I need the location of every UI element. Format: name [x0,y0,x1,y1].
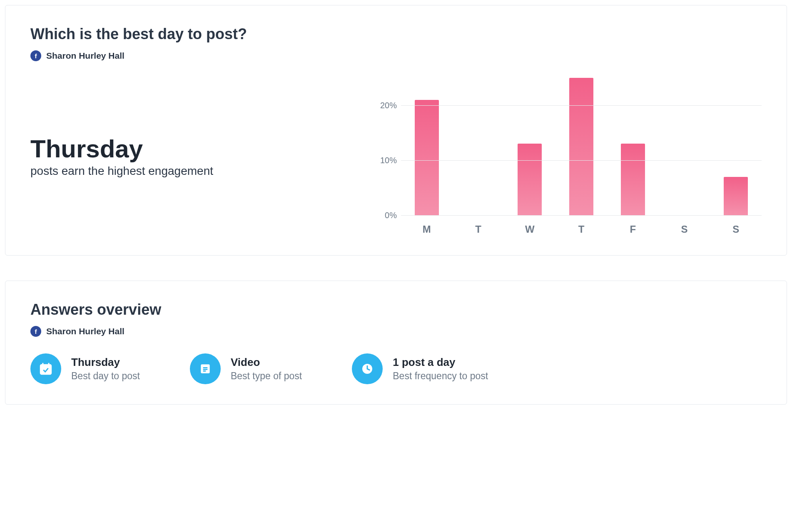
bar-slot [710,78,762,215]
answer-subtitle: Best day to post [71,370,140,382]
chart-bar [518,144,542,215]
answers-row: Thursday Best day to post Video Best typ… [30,353,762,384]
answer-item-best-frequency: 1 post a day Best frequency to post [352,353,488,384]
gridline [401,105,762,106]
calendar-icon [30,353,61,384]
chart-bar [621,144,645,215]
bar-slot [659,78,710,215]
chart-bar [569,78,593,215]
card-title: Which is the best day to post? [30,25,762,43]
best-day-chart: 0%10%20% MTWTFSS [372,78,762,235]
gridline [401,160,762,161]
bar-slot [401,78,453,215]
x-axis-label: F [607,224,659,235]
post-type-icon [190,353,221,384]
x-axis-label: S [659,224,710,235]
answer-title: 1 post a day [393,356,488,369]
answer-title: Video [231,356,302,369]
facebook-icon: f [30,326,41,337]
x-axis-label: T [453,224,504,235]
answers-overview-card: Answers overview f Sharon Hurley Hall Th… [5,281,787,405]
bar-slot [555,78,607,215]
answer-item-best-day: Thursday Best day to post [30,353,140,384]
profile-name: Sharon Hurley Hall [46,326,125,336]
best-day-value: Thursday [30,136,347,162]
best-day-subtext: posts earn the highest engagement [30,164,347,178]
answer-subtitle: Best frequency to post [393,370,488,382]
bar-slot [607,78,659,215]
clock-icon [352,353,383,384]
chart-bar [724,177,748,215]
profile-row: f Sharon Hurley Hall [30,326,762,337]
answer-subtitle: Best type of post [231,370,302,382]
x-axis-label: M [401,224,453,235]
x-axis-label: S [710,224,762,235]
chart-column: 0%10%20% MTWTFSS [364,78,762,235]
content-row: Thursday posts earn the highest engageme… [30,78,762,235]
answer-text: Thursday Best day to post [71,356,140,382]
y-axis-label: 0% [372,211,397,220]
svg-rect-0 [40,365,51,374]
profile-row: f Sharon Hurley Hall [30,50,762,61]
x-axis-label: W [504,224,555,235]
summary-column: Thursday posts earn the highest engageme… [30,136,364,178]
answer-title: Thursday [71,356,140,369]
bar-slot [453,78,504,215]
bar-slot [504,78,555,215]
x-axis-label: T [555,224,607,235]
answer-text: Video Best type of post [231,356,302,382]
y-axis-label: 20% [372,101,397,110]
best-day-card: Which is the best day to post? f Sharon … [5,5,787,256]
gridline [401,215,762,216]
y-axis-label: 10% [372,156,397,165]
chart-bar [415,100,439,215]
answer-text: 1 post a day Best frequency to post [393,356,488,382]
answer-item-best-type: Video Best type of post [190,353,302,384]
profile-name: Sharon Hurley Hall [46,51,125,61]
facebook-icon: f [30,50,41,61]
card-title: Answers overview [30,301,762,318]
